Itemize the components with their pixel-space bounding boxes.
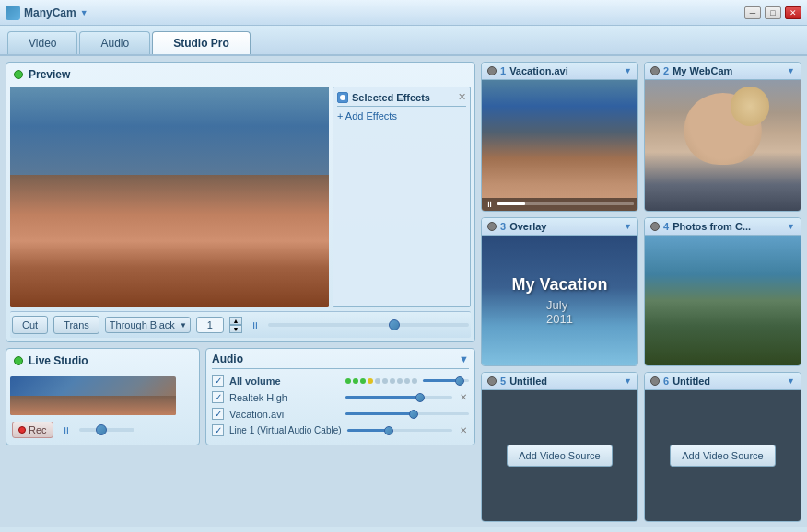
vol-dot-3: [360, 378, 366, 384]
vol-dot-1: [345, 378, 351, 384]
slot-2-number: 2: [663, 65, 669, 76]
realtek-slider[interactable]: [345, 396, 452, 399]
right-panel: 1 Vacation.avi ▼ ⏸ 2: [481, 62, 801, 522]
tabs-bar: Video Audio Studio Pro: [0, 26, 807, 56]
slot-5-status-dot: [487, 376, 497, 386]
slot-2-left: 2 My WebCam: [650, 65, 732, 76]
slot-1-video: [482, 80, 637, 211]
slot-3-dropdown[interactable]: ▼: [624, 222, 632, 231]
vol-dot-2: [353, 378, 358, 384]
all-volume-slider-thumb[interactable]: [455, 376, 464, 386]
stepper-down-button[interactable]: ▼: [229, 325, 242, 333]
stepper-up-button[interactable]: ▲: [229, 317, 242, 325]
overlay-sub-text: July 2011: [546, 298, 573, 326]
slot-4-content[interactable]: [645, 236, 801, 366]
title-dropdown-arrow[interactable]: ▼: [80, 8, 88, 17]
line1-mute-button[interactable]: ✕: [458, 425, 469, 436]
slot-5-header: 5 Untitled ▼: [482, 373, 637, 390]
vol-dot-8: [397, 378, 403, 384]
slot-1-status-dot: [487, 66, 497, 75]
slot-1-dropdown[interactable]: ▼: [624, 66, 632, 75]
pause-button[interactable]: ⏸: [248, 318, 263, 331]
vacation-audio-slider-fill: [345, 412, 414, 415]
slot-2-content[interactable]: [645, 80, 801, 211]
audio-label-realtek: Realtek High: [229, 392, 340, 403]
checkbox-line1[interactable]: ✓: [212, 424, 224, 436]
slot-3-header: 3 Overlay ▼: [482, 218, 637, 236]
line1-slider[interactable]: [347, 429, 452, 432]
slot-4-number: 4: [663, 221, 669, 232]
transition-dropdown[interactable]: Through Black: [105, 317, 191, 333]
checkbox-vacation-audio[interactable]: ✓: [212, 408, 224, 420]
slot-3-status-dot: [487, 222, 497, 231]
add-effects-label: + Add Effects: [337, 110, 397, 121]
audio-header: Audio ▼: [212, 353, 469, 369]
preview-slider-thumb[interactable]: [389, 319, 400, 330]
audio-expand-icon[interactable]: ▼: [459, 353, 469, 364]
slot-2-title: My WebCam: [672, 65, 732, 76]
slot-1-title: Vacation.avi: [509, 65, 568, 76]
checkbox-check-all-volume: ✓: [215, 376, 222, 386]
preview-area: Selected Effects ✕ + Add Effects: [10, 87, 471, 307]
slot-5-dropdown[interactable]: ▼: [624, 376, 632, 386]
checkbox-check-realtek: ✓: [215, 392, 222, 402]
app-title-area: ManyCam ▼: [6, 6, 88, 20]
audio-label-vacation: Vacation.avi: [229, 409, 340, 420]
maximize-button[interactable]: □: [765, 6, 781, 19]
slot-6-left: 6 Untitled: [650, 376, 710, 387]
app-title: ManyCam: [24, 6, 76, 19]
realtek-mute-button[interactable]: ✕: [458, 392, 469, 403]
slot-1-content[interactable]: ⏸: [482, 80, 637, 211]
cut-button[interactable]: Cut: [12, 316, 48, 334]
preview-slider[interactable]: [268, 323, 469, 327]
slot-2-status-dot: [650, 66, 660, 75]
close-button[interactable]: ✕: [785, 6, 801, 19]
rec-button[interactable]: Rec: [12, 422, 53, 438]
audio-label-all-volume: All volume: [229, 376, 340, 387]
tab-audio[interactable]: Audio: [79, 31, 150, 54]
slot-6-dropdown[interactable]: ▼: [787, 376, 795, 386]
trans-button[interactable]: Trans: [53, 316, 99, 334]
studio-pause-button[interactable]: ⏸: [59, 423, 74, 436]
transition-dropdown-wrapper: Through Black: [105, 317, 191, 333]
line1-slider-thumb[interactable]: [384, 426, 393, 435]
slot-1-pause-icon[interactable]: ⏸: [485, 200, 494, 209]
studio-volume-slider[interactable]: [79, 428, 134, 432]
live-studio-header: Live Studio: [10, 353, 195, 369]
slot-1-progress-bg[interactable]: [497, 202, 634, 205]
add-video-source-button-6[interactable]: Add Video Source: [670, 445, 775, 467]
slot-4-dropdown[interactable]: ▼: [787, 222, 795, 231]
main-content: Preview Selected Effects ✕: [0, 56, 807, 527]
vacation-audio-slider[interactable]: [345, 412, 469, 415]
add-video-source-button-5[interactable]: Add Video Source: [507, 445, 612, 467]
preview-title: Preview: [29, 68, 70, 81]
slot-3-content[interactable]: My Vacation July 2011: [482, 236, 637, 366]
live-studio-content: [10, 376, 195, 415]
live-studio-status-dot: [14, 356, 23, 365]
all-volume-slider[interactable]: [423, 379, 469, 382]
studio-volume-thumb[interactable]: [96, 424, 107, 435]
slot-2-dropdown[interactable]: ▼: [787, 66, 795, 75]
audio-row-line1: ✓ Line 1 (Virtual Audio Cable) ✕: [212, 424, 469, 436]
slot-2-header: 2 My WebCam ▼: [645, 63, 801, 80]
video-slot-4: 4 Photos from C... ▼: [644, 217, 801, 367]
slot-1-progress-fill: [497, 202, 525, 205]
tab-studio-pro[interactable]: Studio Pro: [152, 31, 251, 54]
add-effects-link[interactable]: + Add Effects: [337, 110, 466, 121]
tab-video[interactable]: Video: [7, 31, 77, 54]
audio-section: Audio ▼ ✓ All volume: [205, 348, 475, 445]
checkbox-all-volume[interactable]: ✓: [212, 375, 224, 387]
window-controls: ─ □ ✕: [744, 6, 801, 19]
audio-row-realtek: ✓ Realtek High ✕: [212, 391, 469, 403]
slot-3-title: Overlay: [509, 221, 546, 232]
minimize-button[interactable]: ─: [744, 6, 761, 19]
checkbox-realtek[interactable]: ✓: [212, 391, 224, 403]
slot-6-title: Untitled: [672, 376, 710, 387]
number-stepper: ▲ ▼: [229, 317, 242, 333]
vacation-audio-slider-thumb[interactable]: [409, 410, 418, 419]
transition-number-input[interactable]: [196, 317, 224, 333]
realtek-slider-thumb[interactable]: [415, 393, 425, 402]
video-slot-2: 2 My WebCam ▼: [644, 62, 801, 212]
effects-close-button[interactable]: ✕: [458, 91, 466, 103]
effects-title: Selected Effects: [352, 92, 430, 103]
